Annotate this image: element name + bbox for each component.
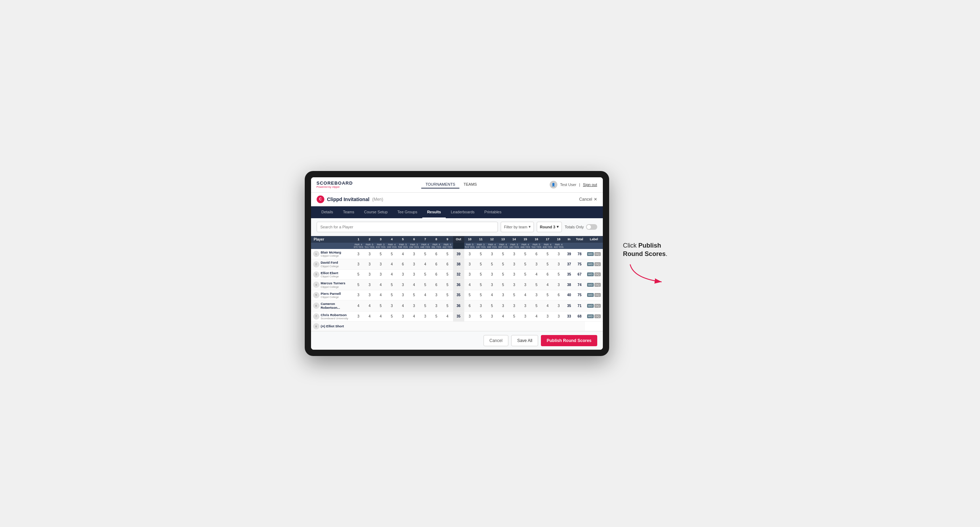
- score-hole-11[interactable]: 5: [475, 259, 486, 269]
- score-hole-1[interactable]: 3: [353, 259, 364, 269]
- score-hole-5[interactable]: 6: [398, 259, 409, 269]
- score-hole-5[interactable]: 4: [398, 249, 409, 259]
- score-hole-10[interactable]: 3: [464, 311, 476, 321]
- nav-tournaments[interactable]: TOURNAMENTS: [421, 181, 460, 189]
- score-hole-6[interactable]: 3: [408, 300, 420, 311]
- score-hole-10[interactable]: 5: [464, 290, 476, 300]
- score-hole-1[interactable]: 4: [353, 300, 364, 311]
- score-hole-2[interactable]: 4: [364, 311, 375, 321]
- score-hole-13[interactable]: 3: [498, 300, 509, 311]
- score-hole-8[interactable]: 6: [431, 249, 442, 259]
- tab-course-setup[interactable]: Course Setup: [360, 206, 393, 218]
- score-hole-4[interactable]: 5: [386, 290, 398, 300]
- score-hole-18[interactable]: 5: [553, 269, 564, 279]
- tab-results[interactable]: Results: [422, 206, 446, 218]
- score-hole-17[interactable]: 5: [542, 249, 553, 259]
- score-hole-6[interactable]: 3: [408, 269, 420, 279]
- score-hole-2[interactable]: 3: [364, 280, 375, 290]
- score-hole-6[interactable]: 3: [408, 259, 420, 269]
- score-hole-10[interactable]: 4: [464, 280, 476, 290]
- score-hole-3[interactable]: 4: [375, 280, 386, 290]
- score-hole-3[interactable]: 3: [375, 259, 386, 269]
- score-hole-14[interactable]: 3: [509, 280, 520, 290]
- score-hole-9[interactable]: 5: [442, 280, 453, 290]
- score-hole-14[interactable]: 3: [509, 249, 520, 259]
- score-hole-4[interactable]: 5: [386, 311, 398, 321]
- score-hole-9[interactable]: 6: [442, 259, 453, 269]
- score-hole-11[interactable]: 5: [475, 311, 486, 321]
- search-input[interactable]: [317, 222, 498, 232]
- score-hole-8[interactable]: 3: [431, 290, 442, 300]
- score-hole-2[interactable]: 3: [364, 259, 375, 269]
- score-hole-4[interactable]: 4: [386, 259, 398, 269]
- score-hole-2[interactable]: 3: [364, 269, 375, 279]
- score-hole-16[interactable]: 5: [531, 300, 542, 311]
- score-hole-3[interactable]: 3: [375, 269, 386, 279]
- score-hole-12[interactable]: 3: [486, 249, 498, 259]
- score-hole-17[interactable]: 6: [542, 269, 553, 279]
- score-hole-7[interactable]: 4: [420, 259, 431, 269]
- score-hole-17[interactable]: 5: [542, 259, 553, 269]
- score-hole-5[interactable]: 3: [398, 290, 409, 300]
- score-hole-7[interactable]: 3: [420, 311, 431, 321]
- tab-leaderboards[interactable]: Leaderboards: [446, 206, 479, 218]
- wd-badge[interactable]: WD: [587, 304, 594, 308]
- score-hole-5[interactable]: 3: [398, 280, 409, 290]
- score-hole-5[interactable]: 3: [398, 311, 409, 321]
- score-hole-9[interactable]: 5: [442, 249, 453, 259]
- score-hole-7[interactable]: 5: [420, 280, 431, 290]
- score-hole-3[interactable]: 5: [375, 249, 386, 259]
- wd-badge[interactable]: WD: [587, 293, 594, 297]
- score-hole-6[interactable]: 4: [408, 311, 420, 321]
- score-hole-12[interactable]: 5: [486, 300, 498, 311]
- wd-badge[interactable]: WD: [587, 272, 594, 276]
- score-hole-14[interactable]: 3: [509, 259, 520, 269]
- wd-badge[interactable]: WD: [587, 252, 594, 256]
- score-hole-15[interactable]: 5: [520, 249, 531, 259]
- score-hole-11[interactable]: 5: [475, 280, 486, 290]
- score-hole-17[interactable]: 5: [542, 290, 553, 300]
- score-hole-3[interactable]: 4: [375, 311, 386, 321]
- score-hole-12[interactable]: 3: [486, 269, 498, 279]
- tab-details[interactable]: Details: [317, 206, 338, 218]
- score-hole-10[interactable]: 3: [464, 259, 476, 269]
- score-hole-16[interactable]: 4: [531, 269, 542, 279]
- score-hole-18[interactable]: 3: [553, 249, 564, 259]
- score-hole-15[interactable]: 3: [520, 280, 531, 290]
- score-hole-4[interactable]: 5: [386, 280, 398, 290]
- filter-team-select[interactable]: Filter by team ▾: [501, 222, 534, 232]
- score-hole-1[interactable]: 3: [353, 311, 364, 321]
- score-hole-7[interactable]: 5: [420, 269, 431, 279]
- score-hole-14[interactable]: 5: [509, 311, 520, 321]
- score-hole-2[interactable]: 3: [364, 249, 375, 259]
- score-hole-17[interactable]: 3: [542, 311, 553, 321]
- score-hole-11[interactable]: 3: [475, 300, 486, 311]
- score-hole-16[interactable]: 6: [531, 249, 542, 259]
- cancel-button[interactable]: Cancel: [484, 335, 508, 346]
- score-hole-15[interactable]: 3: [520, 311, 531, 321]
- dq-badge[interactable]: DQ: [595, 272, 601, 276]
- score-hole-15[interactable]: 5: [520, 269, 531, 279]
- score-hole-16[interactable]: 3: [531, 259, 542, 269]
- score-hole-12[interactable]: 5: [486, 259, 498, 269]
- score-hole-7[interactable]: 5: [420, 249, 431, 259]
- score-hole-11[interactable]: 5: [475, 269, 486, 279]
- dq-badge[interactable]: DQ: [595, 293, 601, 297]
- score-hole-9[interactable]: 4: [442, 311, 453, 321]
- score-hole-4[interactable]: 3: [386, 300, 398, 311]
- score-hole-7[interactable]: 5: [420, 300, 431, 311]
- score-hole-6[interactable]: 5: [408, 290, 420, 300]
- score-hole-15[interactable]: 3: [520, 300, 531, 311]
- score-hole-6[interactable]: 4: [408, 280, 420, 290]
- score-hole-8[interactable]: 6: [431, 269, 442, 279]
- score-hole-5[interactable]: 3: [398, 269, 409, 279]
- score-hole-17[interactable]: 4: [542, 300, 553, 311]
- score-hole-17[interactable]: 4: [542, 280, 553, 290]
- score-hole-16[interactable]: 4: [531, 311, 542, 321]
- score-hole-3[interactable]: 5: [375, 300, 386, 311]
- score-hole-16[interactable]: 5: [531, 280, 542, 290]
- tab-tee-groups[interactable]: Tee Groups: [393, 206, 422, 218]
- dq-badge[interactable]: DQ: [595, 283, 601, 287]
- wd-badge[interactable]: WD: [587, 314, 594, 318]
- score-hole-1[interactable]: 5: [353, 280, 364, 290]
